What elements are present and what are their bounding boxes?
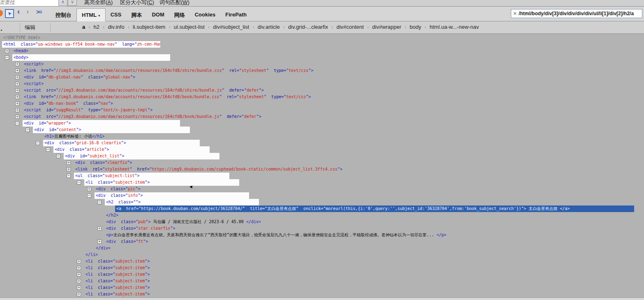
command-line-icon[interactable]: >≡	[36, 9, 41, 15]
whole-words-toggle[interactable]: 词句匹配(W)	[159, 0, 189, 6]
tree-row[interactable]: −<div id="subject_list">	[0, 153, 644, 159]
expand-icon[interactable]: +	[77, 272, 81, 277]
breadcrumb-item-ul.subject-list[interactable]: ul.subject-list	[172, 24, 206, 30]
find-input[interactable]	[0, 0, 67, 7]
tree-row[interactable]: <p>太白金星李长庚最近有点烦。天庭和西天联合推出了“西天取经”的重大项目，他受…	[0, 232, 644, 238]
collapse-icon[interactable]: −	[36, 141, 40, 145]
tree-row[interactable]: +<head>	[0, 48, 644, 54]
breadcrumb-item-div.article[interactable]: div.article	[256, 24, 282, 30]
tab-网络[interactable]: 网络	[169, 9, 190, 21]
tree-row[interactable]: −<div id="content">	[0, 127, 644, 133]
tree-row[interactable]: +<div class="star clearfix">	[0, 225, 644, 232]
tab-css[interactable]: CSS	[106, 9, 127, 21]
tree-row[interactable]: −<div class="grid-16-8 clearfix">	[0, 140, 644, 146]
html-tree-panel[interactable]: <!DOCTYPE html><html class="ua-windows u…	[0, 34, 644, 298]
collapse-icon[interactable]: −	[46, 148, 50, 152]
chevron-down-icon[interactable]: ▾	[98, 14, 100, 18]
breadcrumb-item-a[interactable]: a	[81, 24, 87, 30]
collapse-icon[interactable]: −	[97, 200, 102, 204]
collapse-icon[interactable]: −	[56, 154, 60, 158]
expand-icon[interactable]: +	[15, 108, 19, 112]
forward-icon[interactable]: ›	[26, 7, 29, 16]
breadcrumb-item-div.info[interactable]: div.info	[106, 24, 126, 30]
breadcrumb-item-div#wrapper[interactable]: div#wrapper	[371, 24, 403, 30]
tree-row[interactable]: <html class="ua-windows ua-ff54 book-new…	[0, 41, 644, 48]
tree-row[interactable]: +<li class="subject-item">	[0, 278, 644, 284]
expand-icon[interactable]: +	[87, 187, 91, 191]
inspect-element-icon[interactable]: ➤	[5, 9, 14, 18]
tree-row[interactable]: <div class="pub"> 马伯庸 / 湖南文艺出版社 / 2023-6…	[0, 219, 644, 225]
collapse-icon[interactable]: −	[15, 121, 19, 125]
edit-button[interactable]: 编辑	[25, 24, 35, 31]
find-previous-button[interactable]: ∧	[58, 0, 67, 6]
expand-icon[interactable]: +	[5, 49, 9, 53]
tree-row[interactable]: +<div id="db-global-nav" class="global-n…	[0, 74, 644, 81]
expand-icon[interactable]: +	[67, 161, 71, 165]
tree-row[interactable]: +<div class="pic">	[0, 186, 644, 192]
breadcrumb-item-div#content[interactable]: div#content	[335, 24, 366, 30]
expand-icon[interactable]: +	[97, 226, 102, 231]
breadcrumb-item-body[interactable]: body	[408, 24, 423, 30]
highlight-all-toggle[interactable]: 高亮全部(A)	[84, 0, 113, 6]
tree-row[interactable]: +<li class="subject-item">	[0, 258, 644, 265]
collapse-icon[interactable]: −	[87, 194, 91, 198]
find-next-button[interactable]: ∨	[68, 0, 77, 6]
expand-icon[interactable]: +	[15, 82, 19, 86]
breadcrumb-item-li.subject-item[interactable]: li.subject-item	[131, 24, 167, 30]
xpath-input[interactable]	[519, 11, 642, 16]
tab-html[interactable]: HTML▾	[76, 8, 106, 21]
tab-cookies[interactable]: Cookies	[190, 9, 221, 21]
tree-row[interactable]: +<div class="ft">	[0, 238, 644, 245]
collapse-icon[interactable]: −	[5, 55, 9, 60]
breadcrumb-item-h2[interactable]: h2	[92, 24, 101, 30]
tab-脚本[interactable]: 脚本	[126, 9, 147, 21]
firebug-icon[interactable]	[0, 10, 3, 16]
tree-row[interactable]: </h2>	[0, 212, 644, 219]
expand-icon[interactable]: +	[15, 88, 19, 92]
tree-row[interactable]: +<script src="//img3.doubanio.com/dae/ac…	[0, 113, 644, 120]
breadcrumb-item-div#subject_list[interactable]: div#subject_list	[211, 24, 251, 30]
tree-row[interactable]: −<body>	[0, 54, 644, 61]
tree-row[interactable]: −<ul class="subject-list">	[0, 173, 644, 179]
tree-row[interactable]: <h1>豆瓣图书标签: 小说</h1>	[0, 133, 644, 140]
expand-icon[interactable]: +	[77, 266, 81, 270]
tree-row[interactable]: +<div id="db-nav-book" class="nav">	[0, 100, 644, 107]
tree-row[interactable]: +<li class="subject-item">	[0, 291, 644, 298]
tree-row[interactable]: +<link rel="stylesheet" href="https://im…	[0, 166, 644, 173]
expand-icon[interactable]: +	[77, 259, 81, 263]
expand-icon[interactable]: +	[77, 279, 81, 283]
tree-row[interactable]: </div>	[0, 245, 644, 252]
expand-icon[interactable]: +	[97, 240, 102, 244]
tree-row[interactable]: −<h2 class="">	[0, 199, 644, 205]
tree-row[interactable]: +<script src="//img3.doubanio.com/dae/ac…	[0, 87, 644, 94]
tree-row[interactable]: +<script>	[0, 81, 644, 87]
expand-icon[interactable]: +	[77, 292, 81, 296]
tab-firepath[interactable]: FirePath	[220, 9, 252, 21]
expand-icon[interactable]: +	[67, 167, 71, 171]
breadcrumb-item-html.ua-w...-new-nav[interactable]: html.ua-w...-new-nav	[428, 24, 480, 30]
tree-row[interactable]: +<li class="subject-item">	[0, 271, 644, 278]
expand-icon[interactable]: +	[15, 69, 19, 73]
expand-icon[interactable]: +	[15, 102, 19, 106]
collapse-icon[interactable]: −	[77, 180, 81, 185]
tab-控制台[interactable]: 控制台	[51, 9, 76, 21]
tree-row[interactable]: +<li class="subject-item">	[0, 265, 644, 271]
tree-row[interactable]: </li>	[0, 252, 644, 258]
collapse-icon[interactable]: −	[67, 174, 71, 178]
clear-xpath-icon[interactable]: ✕	[511, 11, 519, 16]
back-icon[interactable]: ‹	[17, 7, 20, 16]
tree-row[interactable]: +<script id="suggResult" type="text/x-jq…	[0, 107, 644, 113]
expand-icon[interactable]: +	[15, 115, 19, 119]
tree-row[interactable]: <a href="https://book.douban.com/subject…	[0, 205, 644, 212]
breadcrumb-item-div.grid-...clearfix[interactable]: div.grid-...clearfix	[286, 24, 330, 30]
tab-dom[interactable]: DOM	[147, 9, 169, 21]
expand-icon[interactable]: +	[77, 286, 81, 290]
tree-row[interactable]: +<li class="subject-item">	[0, 284, 644, 291]
collapse-icon[interactable]: −	[25, 128, 30, 132]
expand-icon[interactable]: +	[15, 95, 19, 99]
tree-row[interactable]: −<div class="article">	[0, 146, 644, 153]
tree-row[interactable]: −<div id="wrapper">	[0, 120, 644, 127]
tree-row[interactable]: +<div class="clearfix">	[0, 159, 644, 166]
tree-row[interactable]: <!DOCTYPE html>	[0, 35, 644, 41]
tree-row[interactable]: −<li class="subject-item">	[0, 179, 644, 186]
